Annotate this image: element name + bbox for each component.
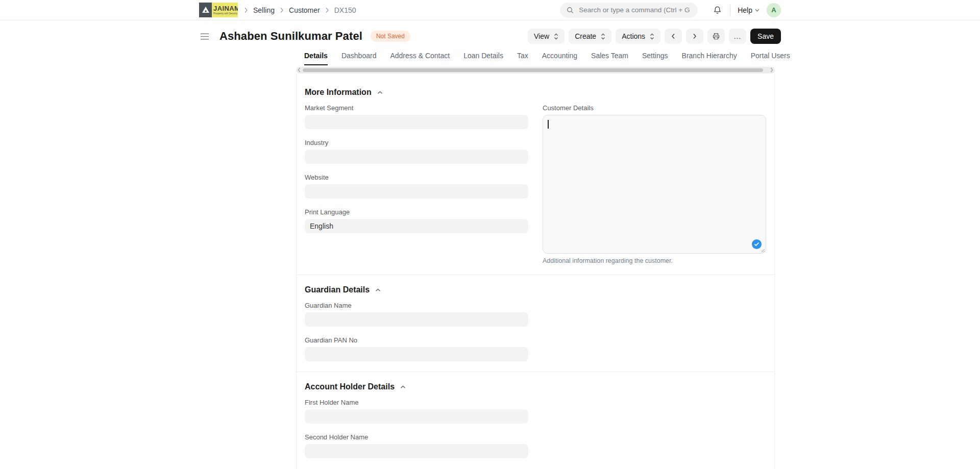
resize-handle-icon[interactable] — [760, 248, 765, 253]
section-toggle-account-holder-details[interactable]: Account Holder Details — [305, 382, 766, 391]
help-menu[interactable]: Help — [738, 6, 760, 14]
select-caret-icon — [650, 33, 654, 40]
field-label: Industry — [305, 139, 528, 146]
section-title: Guardian Details — [305, 285, 370, 294]
section-title: More Information — [305, 88, 372, 97]
text-cursor — [548, 120, 549, 129]
chevron-up-icon — [377, 91, 383, 94]
tab-address-contact[interactable]: Address & Contact — [390, 52, 450, 65]
menu-icon — [200, 33, 209, 40]
view-label: View — [534, 32, 549, 40]
section-guardian-details: Guardian Details Guardian Name Guardian … — [297, 275, 774, 372]
chevron-left-icon — [671, 33, 675, 39]
chevron-up-icon — [400, 385, 406, 389]
divider — [730, 5, 730, 16]
tab-settings[interactable]: Settings — [642, 52, 668, 65]
scroll-right-arrow-icon[interactable] — [770, 67, 773, 72]
section-toggle-more-information[interactable]: More Information — [305, 88, 766, 97]
actions-label: Actions — [622, 32, 645, 40]
market-segment-input[interactable] — [305, 115, 528, 129]
scroll-left-arrow-icon[interactable] — [298, 67, 301, 72]
more-options-button[interactable]: … — [729, 29, 746, 44]
field-help-text: Additional information regarding the cus… — [543, 257, 766, 264]
search-input[interactable] — [578, 6, 691, 14]
tab-branch-hierarchy[interactable]: Branch Hierarchy — [682, 52, 737, 65]
section-more-information: More Information Market Segment Industry… — [297, 73, 774, 275]
actions-button[interactable]: Actions — [616, 29, 660, 44]
field-label: Guardian Name — [305, 302, 528, 309]
field-label: Customer Details — [543, 104, 766, 112]
brand-tagline: Prosperity with Security — [213, 12, 238, 15]
form-card: More Information Market Segment Industry… — [296, 73, 775, 469]
field-guardian-name: Guardian Name — [305, 302, 528, 327]
first-holder-name-input[interactable] — [305, 409, 528, 424]
field-market-segment: Market Segment — [305, 104, 528, 129]
navbar: JAINAM Prosperity with Security Selling … — [0, 0, 980, 20]
breadcrumb-selling[interactable]: Selling — [253, 6, 275, 14]
create-button[interactable]: Create — [569, 29, 611, 44]
field-print-language: Print Language — [305, 208, 528, 233]
field-website: Website — [305, 174, 528, 199]
avatar[interactable]: A — [767, 3, 781, 17]
chevron-right-icon — [325, 7, 329, 13]
notifications-button[interactable] — [712, 5, 723, 16]
field-label: Website — [305, 174, 528, 181]
industry-input[interactable] — [305, 150, 528, 164]
tab-portal-users[interactable]: Portal Users — [751, 52, 790, 65]
bell-icon — [713, 6, 722, 15]
field-second-holder-name: Second Holder Name — [305, 433, 528, 458]
tab-tax[interactable]: Tax — [517, 52, 528, 65]
field-label: Guardian PAN No — [305, 336, 528, 344]
save-button[interactable]: Save — [750, 29, 781, 44]
breadcrumb-current-doc: DX150 — [334, 6, 356, 14]
field-label: Market Segment — [305, 104, 528, 112]
view-button[interactable]: View — [528, 29, 565, 44]
ellipsis-icon: … — [733, 34, 742, 39]
help-label: Help — [738, 6, 752, 14]
tab-details[interactable]: Details — [304, 52, 328, 65]
field-first-holder-name: First Holder Name — [305, 399, 528, 424]
brand-name: JAINAM — [213, 5, 238, 12]
select-caret-icon — [554, 33, 558, 40]
print-button[interactable] — [707, 29, 725, 44]
search-icon — [567, 7, 574, 14]
scrollbar-thumb[interactable] — [303, 68, 763, 72]
field-label: First Holder Name — [305, 399, 528, 406]
guardian-pan-input[interactable] — [305, 347, 528, 361]
chevron-right-icon — [244, 7, 248, 13]
customer-details-textarea[interactable] — [543, 115, 766, 254]
second-holder-name-input[interactable] — [305, 444, 528, 458]
chevron-up-icon — [375, 288, 381, 292]
field-label: Second Holder Name — [305, 433, 528, 441]
brand-logo[interactable]: JAINAM Prosperity with Security — [199, 3, 238, 17]
global-search-bar[interactable] — [560, 3, 698, 18]
tab-accounting[interactable]: Accounting — [542, 52, 577, 65]
create-label: Create — [575, 32, 596, 40]
form-tabs: Details Dashboard Address & Contact Loan… — [296, 52, 775, 65]
section-title: Account Holder Details — [305, 382, 395, 391]
print-language-input[interactable] — [305, 219, 528, 233]
jainam-logo-icon — [199, 3, 212, 17]
website-input[interactable] — [305, 184, 528, 199]
breadcrumb-customer[interactable]: Customer — [289, 6, 320, 14]
field-label: Print Language — [305, 208, 528, 216]
sidebar-toggle-button[interactable] — [199, 31, 210, 42]
section-account-holder-details: Account Holder Details First Holder Name… — [297, 372, 774, 469]
section-toggle-guardian-details[interactable]: Guardian Details — [305, 285, 766, 294]
page-title: Ashaben Sunilkumar Patel — [219, 30, 362, 43]
printer-icon — [712, 32, 720, 40]
page-header: Ashaben Sunilkumar Patel Not Saved View … — [199, 29, 781, 44]
tab-dashboard[interactable]: Dashboard — [341, 52, 377, 65]
chevron-down-icon — [755, 9, 760, 12]
chevron-right-icon — [280, 7, 284, 13]
status-badge: Not Saved — [371, 31, 410, 42]
field-guardian-pan: Guardian PAN No — [305, 336, 528, 361]
guardian-name-input[interactable] — [305, 312, 528, 327]
tabs-horizontal-scrollbar — [296, 67, 775, 73]
previous-document-button[interactable] — [665, 29, 682, 44]
select-caret-icon — [601, 33, 605, 40]
tab-loan-details[interactable]: Loan Details — [463, 52, 503, 65]
chevron-right-icon — [693, 33, 697, 39]
tab-sales-team[interactable]: Sales Team — [591, 52, 628, 65]
next-document-button[interactable] — [686, 29, 703, 44]
